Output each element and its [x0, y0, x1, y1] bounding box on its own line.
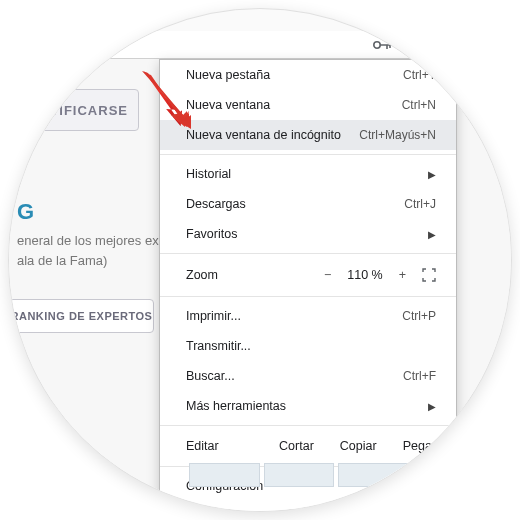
- zoom-icon[interactable]: [405, 37, 421, 53]
- star-icon[interactable]: [433, 36, 451, 54]
- menu-label: Nueva ventana: [186, 98, 270, 112]
- svg-line-5: [415, 47, 419, 51]
- menu-item-downloads[interactable]: Descargas Ctrl+J: [160, 189, 456, 219]
- menu-item-bookmarks[interactable]: Favoritos ▶: [160, 219, 456, 249]
- menu-label: Más herramientas: [186, 399, 286, 413]
- menu-label: Imprimir...: [186, 309, 241, 323]
- edit-cut-button[interactable]: Cortar: [279, 439, 314, 453]
- menu-label: Editar: [186, 439, 219, 453]
- menu-item-new-window[interactable]: Nueva ventana Ctrl+N: [160, 90, 456, 120]
- menu-shortcut: Ctrl+N: [402, 98, 436, 112]
- edit-copy-button[interactable]: Copiar: [340, 439, 377, 453]
- menu-separator: [160, 253, 456, 254]
- menu-separator: [160, 154, 456, 155]
- browser-toolbar: [9, 31, 457, 59]
- menu-label: Favoritos: [186, 227, 237, 241]
- menu-label: Buscar...: [186, 369, 235, 383]
- zoom-in-button[interactable]: +: [399, 268, 406, 282]
- chevron-right-icon: ▶: [428, 169, 436, 180]
- chrome-main-menu: Nueva pestaña Ctrl+T Nueva ventana Ctrl+…: [159, 59, 457, 512]
- menu-shortcut: Ctrl+P: [402, 309, 436, 323]
- menu-shortcut: Ctrl+Mayús+N: [359, 128, 436, 142]
- menu-item-incognito[interactable]: Nueva ventana de incógnito Ctrl+Mayús+N: [160, 120, 456, 150]
- menu-shortcut: Ctrl+J: [404, 197, 436, 211]
- menu-label: Nueva pestaña: [186, 68, 270, 82]
- svg-point-0: [374, 41, 380, 47]
- menu-label: Zoom: [186, 268, 218, 282]
- bottom-content-peek: [189, 463, 409, 487]
- menu-label: Ayuda: [186, 509, 221, 512]
- menu-shortcut: Ctrl+T: [403, 68, 436, 82]
- menu-separator: [160, 425, 456, 426]
- svg-point-4: [407, 39, 416, 48]
- menu-item-more-tools[interactable]: Más herramientas ▶: [160, 391, 456, 421]
- menu-item-zoom: Zoom − 110 % +: [160, 258, 456, 292]
- menu-label: Descargas: [186, 197, 246, 211]
- ranking-button[interactable]: RANKING DE EXPERTOS: [9, 299, 154, 333]
- fullscreen-icon[interactable]: [422, 268, 436, 282]
- edit-paste-button[interactable]: Pegar: [403, 439, 436, 453]
- menu-item-find[interactable]: Buscar... Ctrl+F: [160, 361, 456, 391]
- key-icon[interactable]: [373, 39, 393, 51]
- menu-item-history[interactable]: Historial ▶: [160, 159, 456, 189]
- menu-item-new-tab[interactable]: Nueva pestaña Ctrl+T: [160, 60, 456, 90]
- menu-item-help[interactable]: Ayuda ▶: [160, 501, 456, 512]
- menu-separator: [160, 296, 456, 297]
- menu-item-print[interactable]: Imprimir... Ctrl+P: [160, 301, 456, 331]
- menu-shortcut: Ctrl+F: [403, 369, 436, 383]
- chevron-right-icon: ▶: [428, 511, 436, 513]
- page-description: eneral de los mejores ex ala de la Fama): [17, 231, 167, 270]
- menu-label: Nueva ventana de incógnito: [186, 128, 341, 142]
- chevron-right-icon: ▶: [428, 401, 436, 412]
- scrollbar-thumb[interactable]: [460, 31, 469, 81]
- menu-label: Historial: [186, 167, 231, 181]
- chevron-right-icon: ▶: [428, 229, 436, 240]
- identify-button[interactable]: TIFICARSE: [9, 89, 139, 131]
- menu-item-cast[interactable]: Transmitir...: [160, 331, 456, 361]
- page-heading: G: [17, 199, 35, 225]
- menu-label: Transmitir...: [186, 339, 251, 353]
- zoom-value: 110 %: [347, 268, 382, 282]
- zoom-out-button[interactable]: −: [324, 268, 331, 282]
- menu-item-edit: Editar Cortar Copiar Pegar: [160, 430, 456, 462]
